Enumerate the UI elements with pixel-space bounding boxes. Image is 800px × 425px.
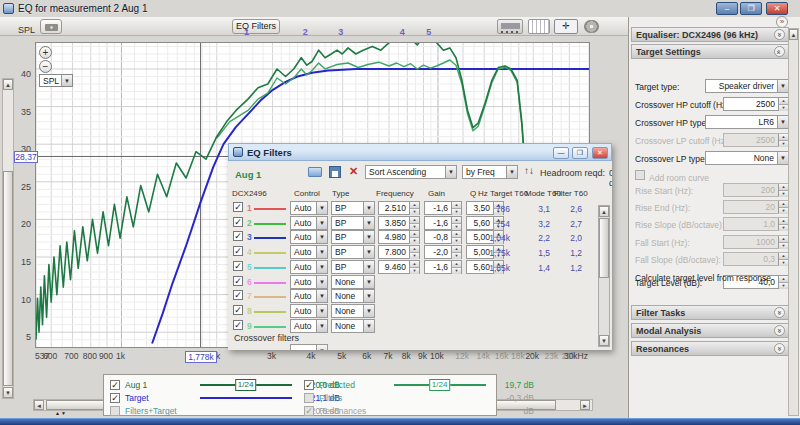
section-header-filter-tasks[interactable]: Filter Tasks» [631,305,789,320]
type-dropdown[interactable]: BP▼ [331,201,375,215]
gain-spinner[interactable]: -1,6▲▼ [424,201,462,215]
vertical-scroll-thumb[interactable] [3,171,13,386]
section-header-modal-analysis[interactable]: Modal Analysis» [631,323,789,338]
control-dropdown[interactable]: Auto▼ [290,260,328,274]
spinner-crossover-hp-cutoff-hz[interactable]: 2500▲▼ [723,97,789,111]
chevron-expand-icon[interactable]: » [774,46,785,57]
control-dropdown[interactable]: Auto▼ [290,304,328,318]
control-dropdown[interactable]: Auto▼ [290,201,328,215]
scroll-down-icon[interactable]: ▼ [3,387,13,398]
chevron-collapse-icon[interactable]: » [774,307,785,318]
dropdown-crossover-hp-type[interactable]: LR6▼ [705,115,789,129]
dropdown-target-type[interactable]: Speaker driver▼ [705,79,789,93]
spinner-arrows-icon[interactable]: ▲▼ [778,276,788,288]
gain-spinner[interactable]: -2,0▲▼ [424,245,462,259]
spinner-arrows-icon[interactable]: ▲▼ [778,236,788,248]
dialog-maximize-icon[interactable]: ❐ [572,147,588,159]
type-dropdown[interactable]: BP▼ [331,216,375,230]
dialog-scroll-down-icon[interactable]: ▼ [599,335,609,346]
legend-splitter[interactable]: ▲▼ [55,410,67,416]
frequency-spinner[interactable]: 9.460▲▼ [378,260,420,274]
dialog-scroll-up-icon[interactable]: ▲ [599,206,609,217]
control-dropdown[interactable]: Auto▼ [290,319,328,333]
filter-enable-checkbox[interactable]: ✓ [233,320,243,330]
frequency-spinner[interactable]: 2.510▲▼ [378,201,420,215]
spl-dropdown[interactable]: SPL ▼ [39,74,73,87]
spinner-arrows-icon[interactable]: ▲▼ [778,201,788,213]
window-titlebar[interactable]: EQ for measurement 2 Aug 1 – ❐ ✕ [0,0,800,17]
spinner-arrows-icon[interactable]: ▲▼ [778,184,788,196]
crossover-filters-partial-control[interactable]: ▼ [290,344,328,350]
dialog-titlebar[interactable]: EQ Filters — ❐ ✕ [228,143,612,161]
gain-spinner[interactable]: -1,6▲▼ [424,260,462,274]
restore-button[interactable]: ❐ [740,2,762,15]
legend-checkbox[interactable]: ✓ [304,380,314,390]
zoom-out-icon[interactable]: − [39,60,52,73]
open-folder-icon[interactable] [308,167,322,177]
legend-checkbox[interactable] [110,406,120,416]
control-dropdown[interactable]: Auto▼ [290,289,328,303]
dialog-scrollbar[interactable]: ▲ ▼ [598,205,610,347]
legend-checkbox[interactable] [304,393,314,403]
spinner-arrows-icon[interactable]: ▲▼ [778,218,788,230]
sort-arrows-icon[interactable]: ↑↓ [524,165,534,176]
type-dropdown[interactable]: BP▼ [331,260,375,274]
sidebar-scroll-up-icon[interactable]: ▲ [789,29,798,40]
type-dropdown[interactable]: BP▼ [331,245,375,259]
filter-enable-checkbox[interactable]: ✓ [233,261,243,271]
dropdown-crossover-lp-type[interactable]: None▼ [705,151,789,165]
legend-checkbox[interactable]: ✓ [110,380,120,390]
gain-spinner[interactable]: -0,8▲▼ [424,230,462,244]
type-dropdown[interactable]: None▼ [331,289,375,303]
gain-spinner[interactable]: -1,6▲▼ [424,216,462,230]
filter-enable-checkbox[interactable]: ✓ [233,231,243,241]
chevron-collapse-icon[interactable]: » [774,343,785,354]
type-dropdown[interactable]: None▼ [331,275,375,289]
dialog-close-icon[interactable]: ✕ [592,147,608,159]
save-icon[interactable] [329,166,341,178]
scroll-up-icon[interactable]: ▲ [3,79,13,90]
filter-enable-checkbox[interactable]: ✓ [233,290,243,300]
scroll-right-icon[interactable]: ► [580,400,590,410]
control-dropdown[interactable]: Auto▼ [290,216,328,230]
chevron-collapse-icon[interactable]: » [774,325,785,336]
scroll-left-icon[interactable]: ◄ [34,400,44,410]
chevron-collapse-icon[interactable]: » [774,29,785,40]
control-dropdown[interactable]: Auto▼ [290,275,328,289]
delete-x-icon[interactable]: ✕ [349,165,358,178]
control-dropdown[interactable]: Auto▼ [290,245,328,259]
eq-filters-dialog[interactable]: EQ Filters — ❐ ✕ Aug 1 ✕ Sort Ascending … [228,143,612,350]
close-button[interactable]: ✕ [766,2,788,15]
calculate-target-level-link[interactable]: Calculate target level from response [635,273,771,283]
frequency-spinner[interactable]: 7.800▲▼ [378,245,420,259]
filter-enable-checkbox[interactable]: ✓ [233,305,243,315]
spinner-arrows-icon[interactable]: ▲▼ [778,253,788,265]
taskbar[interactable] [0,418,800,425]
sidebar-scrollbar[interactable]: ▲ [788,28,799,416]
vertical-scrollbar[interactable]: ▲ ▼ [2,78,14,399]
filter-enable-checkbox[interactable]: ✓ [233,217,243,227]
type-dropdown[interactable]: BP▼ [331,230,375,244]
sort-mode-dropdown[interactable]: Sort Ascending ▼ [365,165,457,179]
dialog-minimize-icon[interactable]: — [553,147,569,159]
type-dropdown[interactable]: None▼ [331,304,375,318]
spinner-arrows-icon[interactable]: ▲▼ [778,98,788,110]
filter-enable-checkbox[interactable]: ✓ [233,202,243,212]
sort-by-dropdown[interactable]: by Freq ▼ [462,165,518,179]
type-dropdown[interactable]: None▼ [331,319,375,333]
minimize-button[interactable]: – [716,2,738,15]
target-settings-header[interactable]: Target Settings » [631,44,789,59]
filter-enable-checkbox[interactable]: ✓ [233,246,243,256]
legend-checkbox[interactable]: ✓ [110,393,120,403]
filter-enable-checkbox[interactable]: ✓ [233,276,243,286]
zoom-in-icon[interactable]: + [39,46,52,59]
frequency-spinner[interactable]: 3.850▲▼ [378,216,420,230]
dialog-scroll-thumb[interactable] [599,218,609,278]
equaliser-header[interactable]: Equaliser: DCX2496 (96 kHz) » [631,27,789,42]
legend-checkbox[interactable]: ✓ [304,406,314,416]
control-dropdown[interactable]: Auto▼ [290,230,328,244]
add-room-curve-checkbox[interactable] [635,170,645,180]
section-header-resonances[interactable]: Resonances» [631,341,789,356]
spinner-arrows-icon[interactable]: ▲▼ [778,134,788,146]
frequency-spinner[interactable]: 4.980▲▼ [378,230,420,244]
